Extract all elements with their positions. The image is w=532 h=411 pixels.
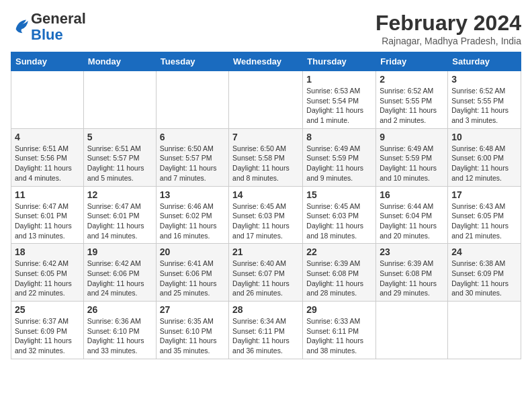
day-info: Sunrise: 6:48 AM Sunset: 6:00 PM Dayligh…: [451, 144, 517, 183]
day-info: Sunrise: 6:49 AM Sunset: 5:59 PM Dayligh…: [380, 144, 444, 183]
day-number: 17: [451, 189, 517, 200]
day-info: Sunrise: 6:33 AM Sunset: 6:11 PM Dayligh…: [306, 316, 372, 356]
day-number: 7: [232, 132, 299, 142]
day-number: 11: [15, 189, 80, 200]
calendar-cell: 14Sunrise: 6:45 AM Sunset: 6:03 PM Dayli…: [229, 186, 303, 244]
day-number: 15: [306, 189, 372, 200]
day-info: Sunrise: 6:46 AM Sunset: 6:02 PM Dayligh…: [160, 201, 225, 241]
day-info: Sunrise: 6:51 AM Sunset: 5:57 PM Dayligh…: [87, 144, 152, 183]
week-row-1: 1Sunrise: 6:53 AM Sunset: 5:54 PM Daylig…: [11, 71, 521, 129]
col-header-monday: Monday: [83, 52, 156, 71]
calendar-cell: 2Sunrise: 6:52 AM Sunset: 5:55 PM Daylig…: [376, 71, 448, 129]
calendar-cell: 13Sunrise: 6:46 AM Sunset: 6:02 PM Dayli…: [156, 186, 228, 244]
calendar-header-row: SundayMondayTuesdayWednesdayThursdayFrid…: [11, 52, 521, 71]
day-number: 10: [451, 132, 517, 142]
calendar-cell: 15Sunrise: 6:45 AM Sunset: 6:03 PM Dayli…: [303, 186, 376, 244]
col-header-sunday: Sunday: [11, 52, 84, 71]
day-number: 1: [306, 74, 372, 85]
col-header-friday: Friday: [376, 52, 448, 71]
calendar-cell: 20Sunrise: 6:41 AM Sunset: 6:06 PM Dayli…: [156, 244, 228, 302]
day-number: 12: [87, 189, 152, 200]
day-number: 3: [451, 74, 517, 85]
day-number: 19: [87, 246, 152, 257]
calendar-cell: 17Sunrise: 6:43 AM Sunset: 6:05 PM Dayli…: [448, 186, 521, 244]
day-number: 6: [160, 132, 225, 142]
day-number: 28: [232, 304, 299, 315]
week-row-5: 25Sunrise: 6:37 AM Sunset: 6:09 PM Dayli…: [11, 302, 521, 359]
title-area: February 2024 Rajnagar, Madhya Pradesh, …: [375, 11, 521, 46]
day-info: Sunrise: 6:49 AM Sunset: 5:59 PM Dayligh…: [306, 144, 372, 183]
page-header: General Blue February 2024 Rajnagar, Mad…: [11, 11, 521, 46]
day-number: 23: [380, 246, 444, 257]
col-header-thursday: Thursday: [303, 52, 376, 71]
logo-general-text: General: [31, 10, 86, 27]
day-info: Sunrise: 6:43 AM Sunset: 6:05 PM Dayligh…: [451, 201, 517, 241]
calendar-cell: 18Sunrise: 6:42 AM Sunset: 6:05 PM Dayli…: [11, 244, 84, 302]
day-number: 4: [15, 132, 80, 142]
calendar-cell: [376, 302, 448, 359]
calendar-cell: 8Sunrise: 6:49 AM Sunset: 5:59 PM Daylig…: [303, 128, 376, 186]
day-number: 5: [87, 132, 152, 142]
day-info: Sunrise: 6:39 AM Sunset: 6:08 PM Dayligh…: [306, 259, 372, 298]
day-info: Sunrise: 6:47 AM Sunset: 6:01 PM Dayligh…: [87, 201, 152, 241]
day-info: Sunrise: 6:41 AM Sunset: 6:06 PM Dayligh…: [160, 259, 225, 298]
day-info: Sunrise: 6:40 AM Sunset: 6:07 PM Dayligh…: [232, 259, 299, 298]
day-info: Sunrise: 6:50 AM Sunset: 5:58 PM Dayligh…: [232, 144, 299, 183]
calendar-cell: 1Sunrise: 6:53 AM Sunset: 5:54 PM Daylig…: [303, 71, 376, 129]
calendar-cell: 10Sunrise: 6:48 AM Sunset: 6:00 PM Dayli…: [448, 128, 521, 186]
calendar-cell: 7Sunrise: 6:50 AM Sunset: 5:58 PM Daylig…: [229, 128, 303, 186]
day-info: Sunrise: 6:38 AM Sunset: 6:09 PM Dayligh…: [451, 259, 517, 298]
day-number: 27: [160, 304, 225, 315]
calendar-table: SundayMondayTuesdayWednesdayThursdayFrid…: [11, 52, 521, 359]
calendar-cell: 25Sunrise: 6:37 AM Sunset: 6:09 PM Dayli…: [11, 302, 84, 359]
day-number: 26: [87, 304, 152, 315]
day-number: 8: [306, 132, 372, 142]
day-info: Sunrise: 6:35 AM Sunset: 6:10 PM Dayligh…: [160, 316, 225, 356]
calendar-cell: [156, 71, 228, 129]
calendar-cell: [11, 71, 84, 129]
week-row-4: 18Sunrise: 6:42 AM Sunset: 6:05 PM Dayli…: [11, 244, 521, 302]
day-number: 21: [232, 246, 299, 257]
calendar-cell: 26Sunrise: 6:36 AM Sunset: 6:10 PM Dayli…: [83, 302, 156, 359]
col-header-wednesday: Wednesday: [229, 52, 303, 71]
day-info: Sunrise: 6:47 AM Sunset: 6:01 PM Dayligh…: [15, 201, 80, 241]
calendar-cell: 5Sunrise: 6:51 AM Sunset: 5:57 PM Daylig…: [83, 128, 156, 186]
day-number: 29: [306, 304, 372, 315]
day-info: Sunrise: 6:45 AM Sunset: 6:03 PM Dayligh…: [232, 201, 299, 241]
day-info: Sunrise: 6:51 AM Sunset: 5:56 PM Dayligh…: [15, 144, 80, 183]
calendar-cell: 11Sunrise: 6:47 AM Sunset: 6:01 PM Dayli…: [11, 186, 84, 244]
day-info: Sunrise: 6:50 AM Sunset: 5:57 PM Dayligh…: [160, 144, 225, 183]
calendar-cell: 12Sunrise: 6:47 AM Sunset: 6:01 PM Dayli…: [83, 186, 156, 244]
day-info: Sunrise: 6:42 AM Sunset: 6:05 PM Dayligh…: [15, 259, 80, 298]
day-number: 9: [380, 132, 444, 142]
calendar-cell: 19Sunrise: 6:42 AM Sunset: 6:06 PM Dayli…: [83, 244, 156, 302]
day-number: 25: [15, 304, 80, 315]
day-info: Sunrise: 6:34 AM Sunset: 6:11 PM Dayligh…: [232, 316, 299, 356]
day-number: 2: [380, 74, 444, 85]
logo: General Blue: [11, 11, 86, 43]
day-info: Sunrise: 6:36 AM Sunset: 6:10 PM Dayligh…: [87, 316, 152, 356]
calendar-cell: 29Sunrise: 6:33 AM Sunset: 6:11 PM Dayli…: [303, 302, 376, 359]
calendar-cell: 9Sunrise: 6:49 AM Sunset: 5:59 PM Daylig…: [376, 128, 448, 186]
day-info: Sunrise: 6:42 AM Sunset: 6:06 PM Dayligh…: [87, 259, 152, 298]
calendar-cell: 6Sunrise: 6:50 AM Sunset: 5:57 PM Daylig…: [156, 128, 228, 186]
calendar-cell: 22Sunrise: 6:39 AM Sunset: 6:08 PM Dayli…: [303, 244, 376, 302]
month-year-title: February 2024: [375, 11, 521, 36]
day-info: Sunrise: 6:45 AM Sunset: 6:03 PM Dayligh…: [306, 201, 372, 241]
day-number: 18: [15, 246, 80, 257]
week-row-3: 11Sunrise: 6:47 AM Sunset: 6:01 PM Dayli…: [11, 186, 521, 244]
calendar-cell: 24Sunrise: 6:38 AM Sunset: 6:09 PM Dayli…: [448, 244, 521, 302]
calendar-cell: 3Sunrise: 6:52 AM Sunset: 5:55 PM Daylig…: [448, 71, 521, 129]
calendar-cell: 21Sunrise: 6:40 AM Sunset: 6:07 PM Dayli…: [229, 244, 303, 302]
day-info: Sunrise: 6:44 AM Sunset: 6:04 PM Dayligh…: [380, 201, 444, 241]
day-number: 22: [306, 246, 372, 257]
calendar-cell: [83, 71, 156, 129]
day-info: Sunrise: 6:52 AM Sunset: 5:55 PM Dayligh…: [380, 86, 444, 126]
logo-blue-text: Blue: [31, 26, 63, 43]
day-info: Sunrise: 6:53 AM Sunset: 5:54 PM Dayligh…: [306, 86, 372, 126]
day-number: 20: [160, 246, 225, 257]
calendar-cell: 27Sunrise: 6:35 AM Sunset: 6:10 PM Dayli…: [156, 302, 228, 359]
calendar-cell: 16Sunrise: 6:44 AM Sunset: 6:04 PM Dayli…: [376, 186, 448, 244]
day-info: Sunrise: 6:52 AM Sunset: 5:55 PM Dayligh…: [451, 86, 517, 126]
day-number: 24: [451, 246, 517, 257]
